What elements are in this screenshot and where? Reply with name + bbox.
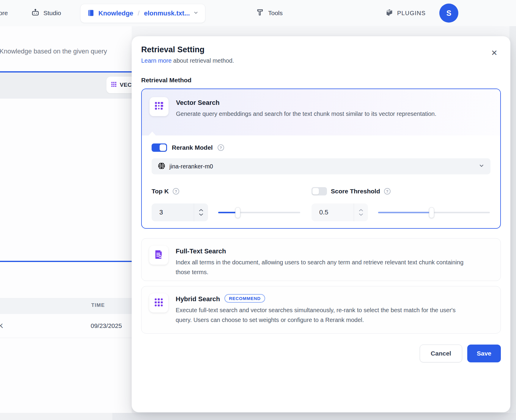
rerank-model-select[interactable]: jina-reranker-m0	[152, 158, 490, 174]
rerank-model-toggle[interactable]	[152, 143, 167, 152]
background-right-strip	[509, 26, 516, 420]
breadcrumb-separator: /	[138, 10, 139, 17]
explore-label: ore	[0, 10, 8, 17]
help-icon[interactable]: ?	[173, 188, 179, 195]
row-time-cell: 09/23/2025	[91, 322, 122, 329]
top-k-control: Top K ? 3	[152, 187, 300, 221]
screen: ore Studio Knowledge / el	[0, 0, 516, 420]
nav-item-tools[interactable]: Tools	[256, 0, 283, 26]
user-avatar[interactable]: S	[439, 4, 458, 23]
grid-icon	[154, 101, 164, 113]
method-card-full-text-search[interactable]: Full-Text Search Index all terms in the …	[141, 238, 501, 281]
score-threshold-toggle[interactable]	[312, 187, 327, 195]
hybrid-title: Hybrid Search	[176, 293, 220, 303]
score-threshold-control: Score Threshold ? 0.5	[312, 187, 490, 221]
full-text-title: Full-Text Search	[176, 246, 467, 255]
time-column-header: TIME	[91, 302, 105, 308]
recommend-badge: RECOMMEND	[224, 294, 265, 303]
retrieval-setting-modal: Retrieval Setting ✕ Learn more about ret…	[132, 36, 510, 412]
vector-search-description: Generate query embeddings and search for…	[176, 109, 436, 119]
table-row[interactable]: K 09/23/2025	[0, 314, 134, 338]
subtitle-rest: about retrieval method.	[172, 57, 234, 64]
vector-pill-label: VEC	[120, 82, 132, 88]
tools-icon	[256, 8, 265, 18]
close-icon[interactable]: ✕	[489, 48, 500, 58]
learn-more-link[interactable]: Learn more	[141, 57, 172, 64]
chevron-down-icon	[479, 163, 484, 170]
help-icon[interactable]: ?	[218, 144, 224, 151]
save-button[interactable]: Save	[467, 345, 501, 362]
robot-icon	[31, 8, 40, 18]
method-card-vector-search[interactable]: Vector Search Generate query embeddings …	[141, 89, 501, 229]
rerank-model-value: jina-reranker-m0	[169, 163, 475, 170]
plugins-box-icon	[385, 8, 394, 18]
row-left-cell: K	[0, 322, 3, 329]
score-threshold-slider[interactable]	[378, 207, 490, 218]
score-threshold-slider-handle[interactable]	[429, 207, 434, 218]
nav-item-studio[interactable]: Studio	[31, 0, 61, 26]
top-k-label: Top K	[152, 188, 169, 195]
top-k-input[interactable]: 3	[152, 203, 208, 221]
help-icon[interactable]: ?	[384, 188, 391, 195]
score-threshold-label: Score Threshold	[331, 188, 380, 195]
bottom-band	[0, 413, 516, 420]
top-k-slider[interactable]	[218, 207, 300, 218]
score-threshold-stepper[interactable]	[354, 203, 368, 221]
full-text-description: Index all terms in the document, allowin…	[176, 258, 467, 277]
modal-title: Retrieval Setting	[141, 45, 501, 54]
nav-item-plugins[interactable]: PLUGINS	[385, 0, 426, 26]
top-navigation-bar: ore Studio Knowledge / el	[0, 0, 516, 26]
hybrid-grid-icon	[153, 297, 164, 309]
score-threshold-value: 0.5	[319, 209, 328, 216]
score-threshold-input[interactable]: 0.5	[312, 203, 368, 221]
plugins-label: PLUGINS	[397, 10, 426, 17]
document-search-icon	[154, 250, 164, 261]
section-underline	[0, 261, 134, 262]
breadcrumb-knowledge[interactable]: Knowledge	[98, 10, 133, 17]
top-k-value: 3	[159, 209, 163, 216]
vector-search-icon-tile	[150, 97, 169, 116]
globe-icon	[158, 162, 166, 171]
tools-label: Tools	[268, 10, 283, 17]
hybrid-description: Execute full-text search and vector sear…	[176, 305, 467, 325]
vector-search-title: Vector Search	[176, 97, 436, 107]
rerank-model-label: Rerank Model	[172, 144, 213, 151]
avatar-letter: S	[446, 9, 452, 18]
hybrid-icon-tile	[149, 293, 168, 312]
method-card-hybrid-search[interactable]: Hybrid Search RECOMMEND Execute full-tex…	[141, 286, 501, 334]
cancel-button[interactable]: Cancel	[420, 345, 462, 362]
top-k-stepper[interactable]	[194, 203, 208, 221]
header-notch	[148, 132, 156, 136]
studio-label: Studio	[43, 10, 61, 17]
full-text-icon-tile	[149, 246, 168, 265]
vector-search-header: Vector Search Generate query embeddings …	[142, 89, 500, 135]
vector-search-settings: Rerank Model ? jina-reranker-m0	[142, 135, 500, 221]
retrieval-method-label: Retrieval Method	[141, 77, 501, 84]
breadcrumb: Knowledge / elonmusk.txt...	[80, 4, 205, 23]
knowledge-book-icon	[87, 9, 95, 18]
breadcrumb-document[interactable]: elonmusk.txt...	[144, 10, 190, 17]
top-k-slider-handle[interactable]	[235, 207, 240, 218]
table-header: TIME	[0, 298, 134, 314]
chevron-down-icon[interactable]	[193, 10, 199, 17]
query-hint-text: Knowledge based on the given query	[0, 48, 136, 55]
grid-icon	[111, 81, 117, 89]
modal-subtitle: Learn more about retrieval method.	[141, 57, 501, 64]
nav-item-explore[interactable]: ore	[0, 0, 8, 26]
